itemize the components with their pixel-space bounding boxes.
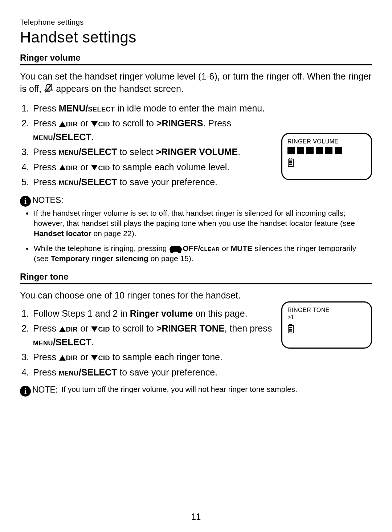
text: or xyxy=(78,118,91,128)
text: to scroll to xyxy=(110,323,156,333)
info-icon: i xyxy=(20,386,31,397)
dir-key: dir xyxy=(66,323,78,333)
text: to save your preference. xyxy=(117,367,217,377)
rule xyxy=(20,64,372,65)
note-label: NOTE: xyxy=(32,385,58,395)
ringer-tone-steps: Follow Steps 1 and 2 in Ringer volume on… xyxy=(20,307,286,379)
temp-ringer-link: Temporary ringer silencing xyxy=(51,254,148,263)
text: or xyxy=(78,323,91,333)
step: Press dir or cid to scroll to >RINGERS. … xyxy=(32,117,286,144)
note-text: If you turn off the ringer volume, you w… xyxy=(61,385,297,394)
text: Press xyxy=(33,103,59,113)
svg-rect-3 xyxy=(289,161,292,162)
dir-key: dir xyxy=(66,352,78,362)
text: on page 22). xyxy=(91,229,136,237)
text: Press xyxy=(33,177,59,187)
ringer-volume-link: Ringer volume xyxy=(130,308,193,318)
text: to select xyxy=(117,147,156,157)
menu-select-key: menu/SELECT xyxy=(59,177,117,187)
down-arrow-icon xyxy=(91,121,98,127)
up-arrow-icon xyxy=(59,326,66,332)
off-clear-key: OFF/clear xyxy=(183,244,220,252)
text: to save your preference. xyxy=(117,177,217,187)
cid-key: cid xyxy=(98,352,110,362)
step: Press dir or cid to scroll to >RINGER TO… xyxy=(32,322,286,349)
notes-heading: iNOTES: xyxy=(20,195,372,206)
up-arrow-icon xyxy=(59,121,66,127)
step: Follow Steps 1 and 2 in Ringer volume on… xyxy=(32,307,286,321)
note-item: If the handset ringer volume is set to o… xyxy=(33,208,372,239)
hangup-icon xyxy=(170,246,182,252)
note-item: While the telephone is ringing, pressing… xyxy=(33,243,372,264)
cid-key: cid xyxy=(98,118,110,128)
text: Press xyxy=(33,147,59,157)
text: If the handset ringer volume is set to o… xyxy=(34,209,355,227)
menu-key: MENU/select xyxy=(59,103,115,113)
dir-key: dir xyxy=(66,118,78,128)
text: Press xyxy=(33,352,59,362)
ringer-tone-intro: You can choose one of 10 ringer tones fo… xyxy=(20,289,372,302)
text: or xyxy=(78,352,91,362)
cid-key: cid xyxy=(98,162,110,172)
text: or xyxy=(78,162,91,172)
volume-bars xyxy=(287,147,366,154)
screen-ringer-tone: RINGER TONE >1 xyxy=(281,301,372,349)
ringer-tone-note: iNOTE: If you turn off the ringer volume… xyxy=(20,385,372,396)
rule xyxy=(20,283,372,284)
menu-select-key: menu/SELECT xyxy=(59,367,117,377)
svg-rect-5 xyxy=(289,164,292,165)
mute-key: MUTE xyxy=(231,244,253,252)
battery-icon xyxy=(287,324,366,334)
text: or xyxy=(220,244,230,252)
ringer-tone-target: >RINGER TONE xyxy=(156,323,225,333)
text: Press xyxy=(33,162,59,172)
text: appears on the handset screen. xyxy=(56,84,184,94)
menu-select-key: menu/SELECT xyxy=(59,147,117,157)
step: Press MENU/select in idle mode to enter … xyxy=(32,102,286,115)
ringer-volume-intro: You can set the handset ringer volume le… xyxy=(20,70,372,97)
cid-key: cid xyxy=(98,323,110,333)
svg-rect-9 xyxy=(289,329,292,330)
text: Follow Steps 1 and 2 in xyxy=(33,308,130,318)
section-eyebrow: Telephone settings xyxy=(20,18,372,27)
ringer-volume-notes: If the handset ringer volume is set to o… xyxy=(20,208,372,264)
step: Press menu/SELECT to save your preferenc… xyxy=(32,366,286,379)
handset-locator-link: Handset locator xyxy=(34,229,91,237)
down-arrow-icon xyxy=(91,355,98,361)
down-arrow-icon xyxy=(91,165,98,170)
ringer-volume-steps: Press MENU/select in idle mode to enter … xyxy=(20,102,286,189)
heading-ringer-tone: Ringer tone xyxy=(20,272,372,282)
text: Press xyxy=(33,367,59,377)
down-arrow-icon xyxy=(91,326,98,332)
up-arrow-icon xyxy=(59,355,66,361)
svg-rect-10 xyxy=(289,330,292,332)
screen-title: RINGER VOLUME xyxy=(287,138,366,145)
svg-rect-8 xyxy=(289,327,292,328)
up-arrow-icon xyxy=(59,165,66,170)
step: Press menu/SELECT to save your preferenc… xyxy=(32,175,286,189)
screen-ringer-volume: RINGER VOLUME xyxy=(281,133,372,180)
menu-select-key: menu/SELECT xyxy=(33,337,91,347)
text: . xyxy=(91,132,94,142)
text: in idle mode to enter the main menu. xyxy=(115,103,265,113)
heading-ringer-volume: Ringer volume xyxy=(20,53,372,63)
text: . xyxy=(238,147,240,157)
text: While the telephone is ringing, pressing xyxy=(34,244,169,252)
screen-title: RINGER TONE xyxy=(287,307,366,313)
bell-off-icon xyxy=(44,83,53,97)
page-title: Handset settings xyxy=(20,29,372,46)
text: . Press xyxy=(203,118,231,128)
text: Press xyxy=(33,323,59,333)
dir-key: dir xyxy=(66,162,78,172)
notes-label: NOTES: xyxy=(32,195,64,205)
ringers-target: >RINGERS xyxy=(156,118,203,128)
text: to scroll to xyxy=(110,118,156,128)
text: to sample each volume level. xyxy=(110,162,229,172)
info-icon: i xyxy=(20,196,31,207)
step: Press menu/SELECT to select >RINGER VOLU… xyxy=(32,145,286,159)
text: . xyxy=(91,337,94,347)
ringer-volume-target: >RINGER VOLUME xyxy=(156,147,238,157)
svg-rect-4 xyxy=(289,162,292,163)
text: on this page. xyxy=(193,308,247,318)
battery-icon xyxy=(287,158,366,167)
